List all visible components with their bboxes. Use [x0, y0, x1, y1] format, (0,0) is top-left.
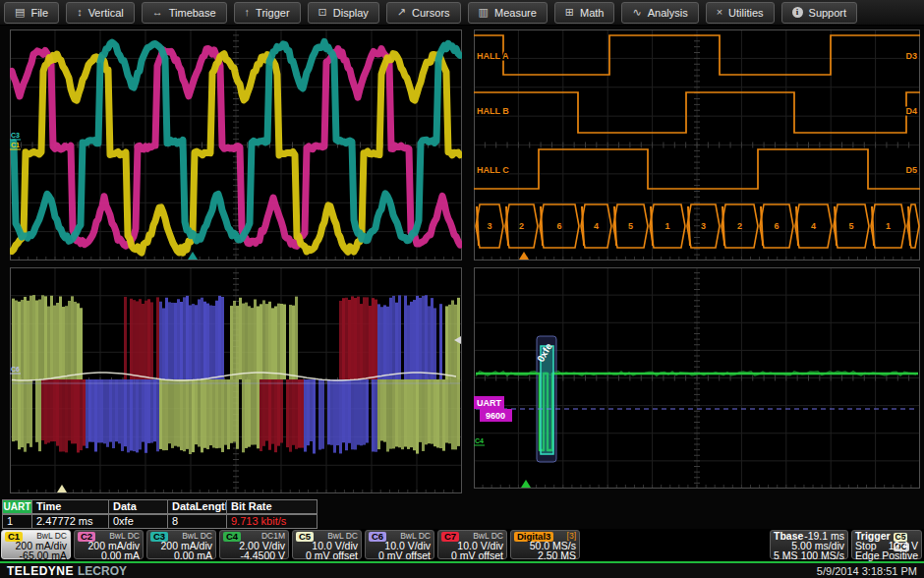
pwm-upper [392, 296, 395, 379]
trigger-descriptor[interactable]: TriggerC5DCStop12.4 VEdgePositive [851, 530, 922, 559]
menu-label: Support [809, 7, 847, 19]
pwm-lower [410, 379, 413, 447]
pwm-lower [292, 379, 295, 445]
pwm-upper [233, 301, 236, 379]
menu-button-file[interactable]: ▤File [4, 2, 59, 24]
panel-pwm-voltages[interactable]: C6 [10, 267, 462, 493]
digital-line-id: D5 [905, 165, 917, 175]
pwm-upper [201, 298, 203, 379]
pwm-upper [156, 297, 159, 379]
pwm-lower [12, 379, 15, 441]
menu-button-trigger[interactable]: ↑Trigger [234, 2, 301, 24]
menu-button-math[interactable]: ⊞Math [554, 2, 615, 24]
bus-value: 1 [664, 221, 669, 231]
pwm-lower [439, 379, 442, 448]
menu-button-timebase[interactable]: ↔Timebase [142, 2, 227, 24]
uart-table-data-row[interactable]: 12.47772 ms0xfe89.713 kbit/s [2, 514, 318, 529]
pwm-upper [53, 306, 56, 379]
menu-button-measure[interactable]: ▥Measure [468, 2, 548, 24]
pwm-lower [366, 379, 369, 443]
pwm-lower [77, 379, 80, 452]
pwm-upper [62, 307, 65, 379]
pwm-lower [195, 379, 198, 444]
pwm-lower [433, 379, 436, 446]
channel-descriptor-C2[interactable]: C2BwL DC200 mA/div0.00 mA [74, 530, 144, 559]
pwm-lower [404, 379, 407, 447]
brand-teledyne: TELEDYNE [7, 564, 74, 578]
pwm-lower [442, 379, 445, 451]
pwm-upper [198, 299, 201, 379]
pwm-upper [386, 307, 389, 379]
channel-descriptor-Digital3[interactable]: Digital3[3]50.0 MS/s2.50 MS [510, 530, 580, 559]
tbase-samplerate: 100 MS/s [801, 551, 844, 561]
trigger-row3: EdgePositive [855, 551, 918, 561]
datetime: 5/9/2014 3:18:51 PM [817, 565, 917, 577]
pwm-upper [339, 301, 342, 379]
pwm-upper [150, 302, 153, 379]
tbase-row3: 5 MS100 MS/s [774, 551, 844, 561]
menu-button-vertical[interactable]: ↕Vertical [66, 2, 135, 24]
panel-uart-signal[interactable]: 0xfeUART9600C4 [474, 267, 920, 489]
pwm-lower [189, 379, 192, 454]
pwm-lower [100, 379, 103, 442]
pwm-lower [177, 379, 180, 447]
channel-descriptor-C6[interactable]: C6BwL DC10.0 V/div0 mV offset [365, 530, 434, 559]
pwm-lower [251, 379, 254, 445]
pwm-lower [392, 379, 395, 448]
bus-value: 3 [701, 221, 706, 231]
channel-descriptor-C7[interactable]: C7BwL DC10.0 V/div0 mV offset [437, 530, 507, 559]
channel-descriptor-C4[interactable]: C4DC1M2.00 V/div-4.4500 V [219, 530, 289, 559]
uart-decode-table[interactable]: UARTTimeDataDataLengthBit Rate12.47772 m… [2, 499, 318, 529]
menu-button-support[interactable]: iSupport [781, 2, 858, 24]
measure-icon: ▥ [479, 7, 489, 18]
pwm-lower [50, 379, 53, 441]
pwm-upper [230, 306, 233, 379]
menu-button-analysis[interactable]: ∿Analysis [621, 2, 698, 24]
menu-label: Timebase [169, 7, 216, 19]
timebase-descriptor[interactable]: Tbase-19.1 ms5.00 ms/div5 MS100 MS/s [770, 530, 848, 559]
zero-marker-C6[interactable]: C6 [11, 366, 20, 373]
pwm-lower [304, 379, 307, 452]
pwm-lower [221, 379, 224, 452]
channel-descriptor-C3[interactable]: C3BwL DC200 mA/div0.00 mA [146, 530, 216, 559]
pwm-lower [260, 379, 262, 451]
pwm-lower [395, 379, 398, 446]
bus-value: 6 [774, 221, 779, 231]
pwm-upper [74, 302, 77, 379]
pwm-lower [215, 379, 218, 448]
pwm-lower [29, 379, 32, 447]
zero-marker-C4[interactable]: C4 [475, 437, 484, 444]
pwm-upper [407, 306, 410, 379]
pwm-lower [248, 379, 251, 447]
pwm-lower [389, 379, 392, 449]
panel-phase-currents[interactable]: C3C1 [10, 29, 462, 260]
pwm-lower [257, 379, 260, 448]
channel-descriptor-C5[interactable]: C5BwL DC10.0 V/div0 mV offset [292, 530, 362, 559]
pwm-lower [88, 379, 91, 442]
pwm-upper [248, 306, 251, 379]
zero-marker-C3[interactable]: C3 [11, 132, 20, 139]
pwm-lower [118, 379, 121, 443]
pwm-upper [345, 298, 348, 379]
pwm-upper [271, 308, 274, 379]
pwm-lower [192, 379, 195, 452]
menu-button-cursors[interactable]: ↗Cursors [386, 2, 461, 24]
math-icon: ⊞ [565, 7, 574, 18]
pwm-lower [454, 379, 457, 449]
pwm-lower [159, 379, 162, 449]
pwm-upper [260, 304, 262, 379]
pwm-upper [383, 305, 386, 379]
pwm-lower [419, 379, 422, 442]
panel-hall-digital[interactable]: HALL AD3HALL BD4HALL CD5326451326451 [474, 29, 920, 260]
channel-descriptor-C1[interactable]: C1BwL DC200 mA/div-65.00 mA [1, 530, 71, 559]
menu-button-utilities[interactable]: ×Utilities [706, 2, 775, 24]
menu-button-display[interactable]: ⊡Display [308, 2, 379, 24]
pwm-upper [289, 305, 292, 379]
zero-marker-C1[interactable]: C1 [11, 142, 20, 148]
pwm-lower [86, 379, 88, 448]
pwm-lower [27, 379, 29, 443]
pwm-lower [407, 379, 410, 449]
pwm-lower [271, 379, 274, 444]
uart-table-protocol-cell[interactable]: UART [2, 499, 32, 514]
pwm-lower [109, 379, 112, 442]
